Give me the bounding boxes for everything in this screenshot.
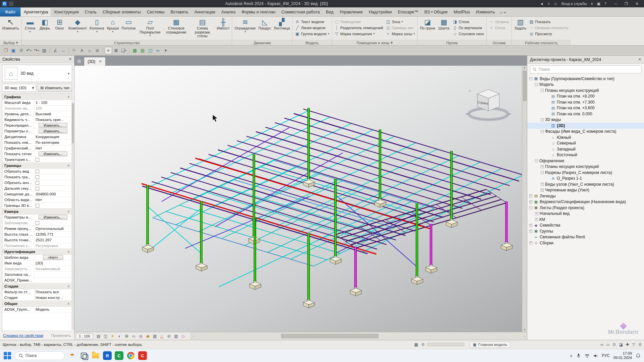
select-pinned-icon[interactable]: ⊙ <box>612 342 616 347</box>
property-value[interactable]: По категории <box>34 140 72 144</box>
property-value[interactable]: Показать все <box>34 290 72 294</box>
view-scale-button[interactable]: 1 : 100 <box>76 333 93 339</box>
green-app-icon[interactable]: C <box>115 351 123 360</box>
property-value[interactable] <box>34 187 72 190</box>
tab-Формы и генплан[interactable]: Формы и генплан <box>238 7 278 16</box>
worksets-icon[interactable]: ▦ <box>414 342 418 347</box>
edit-value-button[interactable]: Изменить... <box>39 152 67 156</box>
type-selector[interactable]: ⌂ 3D вид ▾ <box>2 65 72 82</box>
select-underlay-icon[interactable]: ▱ <box>606 342 609 347</box>
section-icon[interactable]: ⊘ <box>94 47 101 54</box>
expand-icon[interactable]: + <box>529 200 532 203</box>
tree-item[interactable]: −Планы несущих конструкций <box>527 87 644 94</box>
opening-by-face-button[interactable]: ◪По грани <box>419 17 436 40</box>
drawing-area[interactable]: Справа ⌂ ∧ ▾ <box>74 66 527 332</box>
wall-button[interactable]: ▬Стена▾ <box>23 17 37 40</box>
roof-button[interactable]: ⌂Крыша▾ <box>106 17 120 40</box>
checkbox[interactable] <box>36 181 39 185</box>
tree-item[interactable]: +▤Легенды <box>527 193 644 199</box>
scrollbar-thumb[interactable] <box>281 334 378 338</box>
tree-item[interactable]: +▣Группы <box>527 228 644 234</box>
expand-icon[interactable]: + <box>529 194 532 197</box>
material-icon[interactable]: ◫ <box>147 47 154 54</box>
signin-button[interactable]: Вход в службы <box>561 2 587 6</box>
curtain-grid-button[interactable]: ▤Схема разрезки стены <box>190 17 215 40</box>
column-button[interactable]: ▯Колонна▾ <box>89 17 105 40</box>
checkbox[interactable] <box>36 204 39 207</box>
property-section-header[interactable]: Идентификация∧ <box>2 249 72 255</box>
expand-icon[interactable]: − <box>541 118 544 121</box>
curtain-system-button[interactable]: ▦Стеновое ограждение <box>163 17 189 40</box>
tab-Анализ[interactable]: Анализ <box>218 7 238 16</box>
save-icon[interactable]: ▣ <box>10 47 17 54</box>
notification-bell-icon[interactable] <box>636 353 641 358</box>
expand-icon[interactable]: + <box>541 189 544 192</box>
property-value[interactable]: 11095.771 <box>34 232 72 236</box>
checkbox[interactable] <box>36 158 39 162</box>
property-value[interactable]: 100 <box>34 106 72 110</box>
property-section-header[interactable]: Стадии∧ <box>2 283 72 289</box>
tree-item[interactable]: −◫{3D} <box>527 123 644 129</box>
clock[interactable]: 17:09 09.01.2024 <box>613 351 632 360</box>
apply-button[interactable]: Применить <box>51 334 71 338</box>
tree-item[interactable]: −3D виды <box>527 117 644 123</box>
tree-item[interactable]: −▤План на отм. +7.300 <box>527 99 644 105</box>
property-value[interactable]: Изменить... <box>34 129 72 133</box>
tree-item[interactable]: −▤План на отм. 0.000 <box>527 111 644 117</box>
mullion-button[interactable]: ╫Импост <box>216 17 230 40</box>
red-app-icon[interactable]: C <box>138 351 147 360</box>
expand-icon[interactable]: + <box>541 183 544 186</box>
view-list-icon[interactable]: ▤ <box>76 58 83 64</box>
detail-level-icon[interactable]: ▤ <box>95 333 102 339</box>
property-value[interactable]: Изменить... <box>34 123 72 128</box>
text-icon[interactable]: A <box>78 47 86 54</box>
taskbar-search-input[interactable]: Поиск <box>14 351 65 360</box>
edit-value-button[interactable]: Изменить... <box>39 215 67 220</box>
checkbox[interactable] <box>36 170 39 173</box>
shadows-icon[interactable]: ◐ <box>116 333 123 339</box>
customize-qat-icon[interactable]: ▾ <box>162 47 169 54</box>
show-crop-icon[interactable]: ▭ <box>130 333 137 339</box>
floor-button[interactable]: ▱Пол/Перекрытие▾ <box>137 17 163 40</box>
drag-on-selection-icon[interactable]: ✚ <box>626 342 629 347</box>
property-value[interactable] <box>34 170 72 173</box>
thin-lines-icon[interactable]: ≡ <box>105 47 112 54</box>
tree-item[interactable]: +!Начальный вид <box>527 211 644 217</box>
language-indicator[interactable]: РУС <box>602 353 610 358</box>
property-section-header[interactable]: Графика∧ <box>2 94 72 100</box>
task-view-icon[interactable] <box>79 351 88 360</box>
checkbox[interactable] <box>36 187 39 190</box>
tree-item[interactable]: +◆Семейства <box>527 223 644 229</box>
tree-item[interactable]: +Планы несущих конструкций <box>527 164 644 170</box>
property-value[interactable]: 2531.397 <box>34 238 72 242</box>
close-icon[interactable]: ✕ <box>638 57 641 62</box>
tree-item[interactable]: −Модель <box>527 82 644 88</box>
expand-icon[interactable]: + <box>541 165 544 168</box>
tree-item[interactable]: −▤План на отм. +8.200 <box>527 94 644 100</box>
property-value[interactable]: Ортогональный <box>34 227 72 231</box>
show-workplane-button[interactable]: ▨Показать <box>528 19 569 24</box>
properties-help-link[interactable]: Справка по свойствам <box>3 334 43 338</box>
expand-icon[interactable]: − <box>529 206 532 209</box>
expand-icon[interactable]: − <box>529 77 532 80</box>
ribbon-state-chevron-icon[interactable]: ▾ <box>504 11 506 14</box>
edit-value-button[interactable]: <Нет> <box>43 255 63 260</box>
property-value[interactable]: Нет <box>34 198 72 202</box>
schedule-icon[interactable]: ▦ <box>131 47 139 54</box>
expand-icon[interactable]: − <box>541 130 544 133</box>
edit-value-button[interactable]: Изменить... <box>39 129 67 133</box>
expand-icon[interactable]: + <box>535 218 538 221</box>
property-value[interactable]: Новая констр... <box>34 296 72 300</box>
filter-icon[interactable]: ▽ <box>632 342 635 347</box>
checkbox[interactable] <box>36 175 39 179</box>
design-options-selector[interactable]: ▣ Главная модель <box>470 342 511 348</box>
analytical-model-icon[interactable]: △ <box>159 333 165 339</box>
open-file-icon[interactable]: ❐ <box>2 47 9 54</box>
tree-item[interactable]: −⌂Западный <box>527 146 644 152</box>
room-separator-button[interactable]: ┊Разделитель помещений <box>333 25 384 31</box>
measure-icon[interactable]: ∠ <box>52 47 59 54</box>
default-3d-view-icon[interactable]: ⌂ <box>86 47 93 54</box>
panel-label-select[interactable]: Выбор▾ <box>0 40 21 45</box>
select-links-icon[interactable]: ∞ <box>600 342 603 347</box>
area-tag-button[interactable]: ▿Марка зоны▾ <box>385 31 416 37</box>
